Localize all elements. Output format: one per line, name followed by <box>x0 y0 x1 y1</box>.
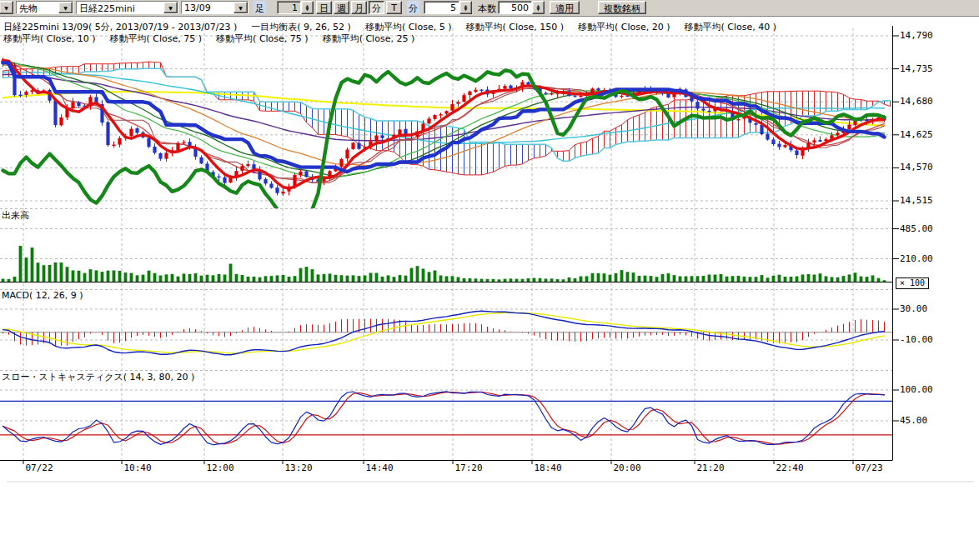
time-tick-label: 18:40 <box>529 462 567 473</box>
time-tick-label: 10:40 <box>118 462 157 473</box>
time-tick-label: 21:20 <box>691 462 730 473</box>
time-tick-label: 12:00 <box>201 462 239 473</box>
trading-chart-window: ▼ 先物 ▼ 日経225mini ▼ 13/09 ▼ 足 1 ▲▼ 日 週 月 … <box>0 0 979 560</box>
chart-legend-line2: 移動平均( Close, 10 )移動平均( Close, 75 )移動平均( … <box>3 32 429 45</box>
legend-item: 移動平均( Close, 5 ) <box>365 21 452 33</box>
stoch-tick-label: 100.00 <box>900 384 933 395</box>
time-tick-label: 13:20 <box>279 462 318 473</box>
macd-panel-label: MACD( 12, 26, 9 ) <box>2 290 83 301</box>
price-tick-label: 14,735 <box>900 63 933 74</box>
macd-tick-label: -10.00 <box>900 334 933 345</box>
time-tick-label: 17:20 <box>449 462 488 473</box>
macd-tick-label: 30.00 <box>900 303 927 314</box>
volume-multiplier-badge: × 100 <box>896 278 929 289</box>
legend-item: 一目均衡表( 9, 26, 52 ) <box>251 21 351 33</box>
legend-item: 移動平均( Close, 75 ) <box>110 32 203 45</box>
price-tick-label: 14,515 <box>900 195 933 206</box>
time-tick-label: 07/23 <box>850 462 888 473</box>
price-tick-label: 14,790 <box>900 30 933 41</box>
stochastics-panel-label: スロー・ストキャスティクス( 14, 3, 80, 20 ) <box>2 371 194 383</box>
price-tick-label: 14,625 <box>900 129 933 140</box>
legend-item: 日経225mini 13/09( 5分, 2013/07/19 - 2013/0… <box>3 21 237 33</box>
time-tick-label: 20:00 <box>608 462 646 473</box>
time-tick-label: 07/22 <box>20 462 58 473</box>
time-tick-label: 22:40 <box>771 462 809 473</box>
legend-item: 移動平均( Close, 150 ) <box>465 21 564 33</box>
time-tick-label: 14:40 <box>360 462 399 473</box>
legend-item: 移動平均( Close, 75 ) <box>216 32 309 45</box>
volume-tick-label: 210.00 <box>900 253 933 264</box>
chart-legend-line1: 日経225mini 13/09( 5分, 2013/07/19 - 2013/0… <box>3 21 791 33</box>
price-tick-label: 14,570 <box>900 162 933 172</box>
legend-item: 移動平均( Close, 20 ) <box>578 21 670 33</box>
stoch-tick-label: 45.00 <box>900 415 927 426</box>
chart-canvas[interactable] <box>0 0 979 560</box>
volume-tick-label: 485.00 <box>900 223 933 234</box>
legend-item: 移動平均( Close, 40 ) <box>685 21 777 33</box>
price-tick-label: 14,680 <box>900 96 933 107</box>
legend-item: 移動平均( Close, 10 ) <box>3 32 96 45</box>
volume-panel-label: 出来高 <box>2 209 29 222</box>
legend-item: 移動平均( Close, 25 ) <box>323 32 415 45</box>
